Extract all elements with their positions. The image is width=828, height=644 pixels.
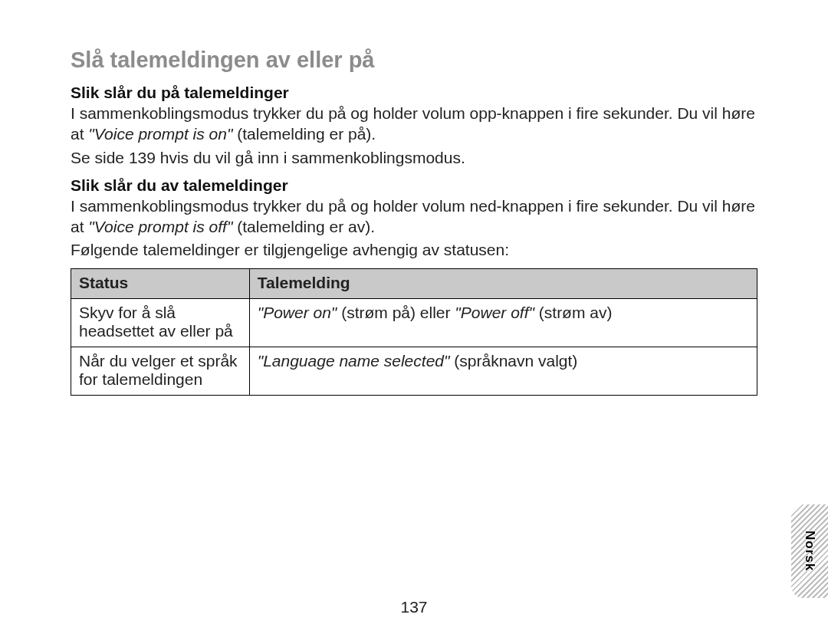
text: (strøm på) eller — [337, 304, 455, 321]
language-tab: Norsk — [791, 504, 828, 598]
language-tab-label: Norsk — [802, 531, 817, 571]
voice-prompt-text: "Power off" — [455, 304, 534, 321]
paragraph-on-2: Se side 139 hvis du vil gå inn i sammenk… — [71, 148, 757, 169]
text: (talemelding er av). — [232, 218, 375, 235]
table-header-row: Status Talemelding — [71, 269, 757, 299]
quoted-voice-on: "Voice prompt is on" — [88, 125, 232, 143]
cell-status: Når du velger et språk for talemeldingen — [71, 347, 250, 396]
col-header-status: Status — [71, 269, 250, 299]
col-header-message: Talemelding — [249, 269, 757, 299]
quoted-voice-off: "Voice prompt is off" — [88, 218, 232, 235]
cell-message: "Power on" (strøm på) eller "Power off" … — [249, 299, 757, 347]
voice-prompt-text: "Power on" — [258, 304, 337, 321]
text: (språknavn valgt) — [449, 352, 577, 370]
voice-prompt-table: Status Talemelding Skyv for å slå headse… — [71, 268, 757, 396]
manual-page: Slå talemeldingen av eller på Slik slår … — [0, 0, 828, 644]
table-row: Skyv for å slå headsettet av eller på "P… — [71, 299, 757, 347]
paragraph-on-1: I sammenkoblingsmodus trykker du på og h… — [71, 104, 757, 145]
section-title: Slå talemeldingen av eller på — [71, 48, 757, 73]
voice-prompt-text: "Language name selected" — [258, 352, 450, 370]
paragraph-off-1: I sammenkoblingsmodus trykker du på og h… — [71, 196, 757, 238]
subheading-on: Slik slår du på talemeldinger — [71, 84, 757, 102]
table-row: Når du velger et språk for talemeldingen… — [71, 347, 757, 396]
text: (strøm av) — [534, 304, 612, 321]
cell-status: Skyv for å slå headsettet av eller på — [71, 299, 250, 347]
paragraph-off-2: Følgende talemeldinger er tilgjengelige … — [71, 240, 757, 261]
page-number: 137 — [0, 598, 828, 616]
cell-message: "Language name selected" (språknavn valg… — [249, 347, 757, 396]
text: (talemelding er på). — [232, 125, 376, 143]
subheading-off: Slik slår du av talemeldinger — [71, 176, 757, 195]
